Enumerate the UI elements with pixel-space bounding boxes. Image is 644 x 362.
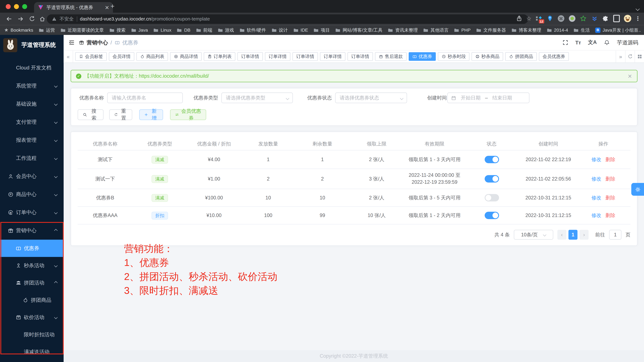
theme-settings-button[interactable] — [631, 183, 644, 196]
home-icon[interactable] — [39, 16, 46, 22]
bookmark-folder[interactable]: 前端 — [196, 27, 212, 33]
create-button[interactable]: 新增 — [139, 109, 163, 120]
sidebar-item-product[interactable]: 商品中心 — [0, 185, 64, 203]
current-page-button[interactable]: 1 — [568, 230, 578, 240]
bookmark-folder[interactable]: 网站/博客/文章/工具 — [335, 27, 382, 33]
bookmark-folder[interactable]: 项目 — [314, 27, 330, 33]
sidebar-item-plain[interactable]: Cloud 开发文档 — [0, 59, 64, 77]
delete-link[interactable]: 删除 — [606, 156, 615, 163]
tab-tag-item[interactable]: 拼团商品 — [505, 52, 537, 61]
sidebar-item-plain[interactable]: 报表管理 — [0, 131, 64, 149]
tab-tag-item[interactable]: 会员优惠券 — [539, 52, 569, 61]
coupon-type-select[interactable] — [221, 93, 293, 103]
tab-tag-item[interactable]: 售后退款 — [375, 52, 406, 61]
sidebar-item-ticket[interactable]: 优惠券 — [0, 240, 64, 257]
sidebar-item-seckill[interactable]: 秒杀活动 — [0, 257, 64, 274]
sidebar-item-plain[interactable]: 基础设施 — [0, 95, 64, 113]
sidebar-item-plain[interactable]: 满减送活动 — [0, 343, 64, 360]
bookmark-folder[interactable]: 搜索 — [109, 27, 126, 33]
bookmark-folder[interactable]: 游戏 — [218, 27, 234, 33]
status-toggle[interactable] — [484, 175, 499, 183]
bookmark-folder[interactable]: 软件/硬件 — [239, 27, 266, 33]
sidebar-item-box[interactable]: 砍价活动 — [0, 309, 64, 326]
tab-tag-active[interactable]: 优惠券 — [409, 52, 436, 61]
side-panel-icon[interactable] — [613, 15, 620, 22]
tab-tag-item[interactable]: 商品列表 — [136, 52, 168, 61]
tab-search-chevron-icon[interactable] — [636, 5, 639, 12]
next-page-button[interactable]: › — [580, 230, 588, 240]
prev-page-button[interactable]: ‹ — [557, 230, 566, 240]
bookmark-folder[interactable]: 运营 — [38, 27, 55, 33]
page-size-select[interactable]: 10条/页 — [514, 230, 553, 240]
breadcrumb-section[interactable]: 营销中心 — [87, 39, 108, 46]
layout-setting-icon[interactable] — [635, 51, 644, 63]
bookmark-folder[interactable]: 生活 — [573, 27, 590, 33]
fullscreen-icon[interactable] — [562, 39, 568, 46]
sidebar-item-plain[interactable]: 工作流程 — [0, 149, 64, 167]
share-icon[interactable] — [516, 15, 523, 22]
delete-link[interactable]: 删除 — [606, 194, 615, 201]
app-logo-row[interactable]: 芋道管理系统 — [0, 35, 64, 55]
bookmark-folder[interactable]: 博客未整理 — [511, 27, 541, 33]
tags-scroll-left-button[interactable]: « — [64, 51, 73, 63]
extensions-puzzle-icon[interactable] — [602, 15, 609, 22]
member-coupon-button[interactable]: 会员优惠券 — [170, 109, 206, 120]
page-jump-input[interactable] — [609, 230, 622, 240]
address-bar[interactable]: 不安全 dashboard-vue3.yudao.iocoder.cn/prom… — [47, 14, 528, 24]
font-size-icon[interactable]: Tᴛ — [575, 40, 581, 46]
collapse-sidebar-icon[interactable] — [68, 39, 75, 46]
tab-tag-item[interactable]: 订单详情 — [265, 52, 290, 61]
search-button[interactable]: 搜索 — [78, 109, 104, 120]
language-icon[interactable]: 文A — [588, 39, 597, 46]
status-toggle[interactable] — [484, 194, 499, 201]
alert-close-icon[interactable]: ✕ — [628, 73, 632, 79]
bookmark-folder[interactable]: IDE — [293, 27, 308, 33]
edit-link[interactable]: 修改 — [592, 156, 601, 163]
bookmark-pinned[interactable]: BJava开发 | 小组首.. — [595, 27, 641, 33]
zoom-window-button[interactable] — [22, 4, 27, 9]
status-toggle[interactable] — [484, 156, 499, 163]
extension-chevrons-icon[interactable] — [590, 15, 598, 22]
bookmark-star-icon[interactable]: ☆ — [526, 15, 532, 22]
delete-link[interactable]: 删除 — [606, 212, 615, 219]
bookmark-folder[interactable]: Java — [131, 27, 148, 33]
extension-command-icon[interactable]: ⌘ — [557, 15, 565, 22]
edit-link[interactable]: 修改 — [592, 212, 601, 219]
delete-link[interactable]: 删除 — [606, 175, 615, 182]
tab-tag-item[interactable]: 订单详情 — [348, 52, 373, 61]
reload-icon[interactable] — [29, 16, 35, 22]
back-icon[interactable] — [6, 16, 12, 22]
bookmark-folder[interactable]: 其他语言 — [423, 27, 449, 33]
bookmark-folder[interactable]: Linux — [153, 27, 172, 33]
extension-pin-icon[interactable] — [546, 15, 554, 22]
sidebar-item-gift[interactable]: 营销中心 — [0, 221, 64, 240]
sidebar-item-plain[interactable]: 限时折扣活动 — [0, 326, 64, 343]
forward-icon[interactable] — [17, 16, 24, 22]
bookmark-folder[interactable]: 资讯未整理 — [388, 27, 418, 33]
sidebar-item-member[interactable]: 会员中心 — [0, 167, 64, 185]
tags-refresh-icon[interactable] — [625, 51, 635, 63]
sidebar-item-order[interactable]: 订单中心 — [0, 203, 64, 221]
bookmark-folder[interactable]: 近期需要读的文章 — [60, 27, 104, 33]
extension-recorder-icon[interactable] — [568, 15, 576, 22]
extension-vue-devtools-icon[interactable]: 12 — [535, 15, 542, 22]
profile-avatar[interactable] — [624, 15, 631, 22]
sidebar-item-apple[interactable]: 拼团商品 — [0, 291, 64, 309]
tab-tag-item[interactable]: 秒杀时段 — [438, 52, 470, 61]
current-user[interactable]: 芋道源码 — [617, 39, 638, 46]
bookmark-folder[interactable]: DB — [177, 27, 190, 33]
tab-tag-item[interactable]: 订单详情 — [320, 52, 346, 61]
tab-tag-item[interactable]: 订单详情 — [292, 52, 318, 61]
tab-tag-item[interactable]: 会员标签 — [75, 52, 107, 61]
bookmark-folder[interactable]: 2014-4 — [546, 27, 568, 33]
sidebar-item-plain[interactable]: 支付管理 — [0, 113, 64, 131]
browser-menu-icon[interactable]: ⋮ — [635, 15, 641, 22]
tab-tag-item[interactable]: 订单详情 — [238, 52, 263, 61]
edit-link[interactable]: 修改 — [592, 194, 601, 201]
minimize-window-button[interactable] — [14, 4, 19, 9]
close-window-button[interactable] — [6, 4, 11, 9]
tab-tag-item[interactable]: 商品详情 — [170, 52, 202, 61]
bookmark-folder[interactable]: 文件服务器 — [476, 27, 506, 33]
bookmarks-root[interactable]: ★Bookmarks — [4, 27, 33, 33]
edit-link[interactable]: 修改 — [592, 175, 601, 182]
